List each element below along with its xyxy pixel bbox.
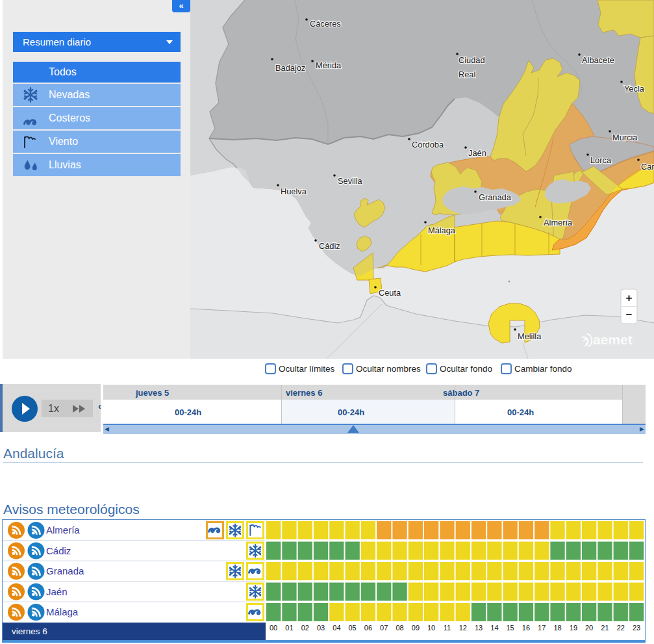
svg-text:+: + xyxy=(626,292,633,304)
svg-text:22: 22 xyxy=(617,624,625,632)
svg-text:04: 04 xyxy=(333,624,340,632)
svg-text:aemet: aemet xyxy=(593,332,633,347)
svg-text:11: 11 xyxy=(444,624,451,632)
svg-text:Málaga: Málaga xyxy=(46,606,79,617)
svg-text:Málaga: Málaga xyxy=(428,225,456,235)
svg-text:viernes 6: viernes 6 xyxy=(12,626,47,636)
svg-text:23: 23 xyxy=(633,624,640,632)
svg-text:19: 19 xyxy=(570,624,577,632)
svg-text:15: 15 xyxy=(506,624,514,632)
svg-text:Almería: Almería xyxy=(46,524,80,535)
svg-text:02: 02 xyxy=(301,624,309,632)
svg-text:08: 08 xyxy=(396,624,403,632)
svg-text:21: 21 xyxy=(601,624,609,632)
svg-text:Almería: Almería xyxy=(544,218,573,227)
svg-text:14: 14 xyxy=(490,624,498,632)
svg-text:Albacete: Albacete xyxy=(582,55,614,65)
svg-text:03: 03 xyxy=(317,624,325,632)
svg-text:Cartagena: Cartagena xyxy=(641,162,654,172)
svg-text:Sevilla: Sevilla xyxy=(338,176,363,186)
svg-text:09: 09 xyxy=(412,624,420,632)
svg-text:Lorca: Lorca xyxy=(590,155,612,165)
svg-text:Murcia: Murcia xyxy=(612,133,638,142)
svg-text:Melilla: Melilla xyxy=(518,331,542,341)
svg-text:05: 05 xyxy=(348,624,356,632)
svg-text:01: 01 xyxy=(285,624,293,632)
svg-text:Jaén: Jaén xyxy=(46,586,68,597)
svg-text:07: 07 xyxy=(380,624,388,632)
svg-text:18: 18 xyxy=(553,624,561,632)
svg-text:12: 12 xyxy=(459,624,467,632)
svg-text:Granada: Granada xyxy=(46,565,84,576)
svg-text:Ceuta: Ceuta xyxy=(379,288,401,298)
svg-text:−: − xyxy=(626,309,633,321)
svg-text:Huelva: Huelva xyxy=(281,187,307,196)
svg-text:Córdoba: Córdoba xyxy=(412,140,444,149)
svg-text:17: 17 xyxy=(538,624,546,632)
svg-text:10: 10 xyxy=(427,624,435,632)
svg-text:Cádiz: Cádiz xyxy=(319,241,340,251)
svg-text:20: 20 xyxy=(585,624,593,632)
svg-text:Badajoz: Badajoz xyxy=(275,63,305,73)
svg-text:00: 00 xyxy=(270,624,277,632)
svg-text:06: 06 xyxy=(364,624,372,632)
svg-text:Cáceres: Cáceres xyxy=(310,19,341,29)
svg-text:13: 13 xyxy=(475,624,483,632)
svg-text:Real: Real xyxy=(459,70,475,79)
svg-text:Cádiz: Cádiz xyxy=(46,545,71,556)
svg-text:Jaén: Jaén xyxy=(468,148,486,158)
svg-text:16: 16 xyxy=(522,624,530,632)
svg-text:Granada: Granada xyxy=(479,192,512,202)
svg-text:Mérida: Mérida xyxy=(316,60,342,70)
svg-text:Yecla: Yecla xyxy=(624,84,645,94)
svg-text:Ciudad: Ciudad xyxy=(459,55,485,65)
